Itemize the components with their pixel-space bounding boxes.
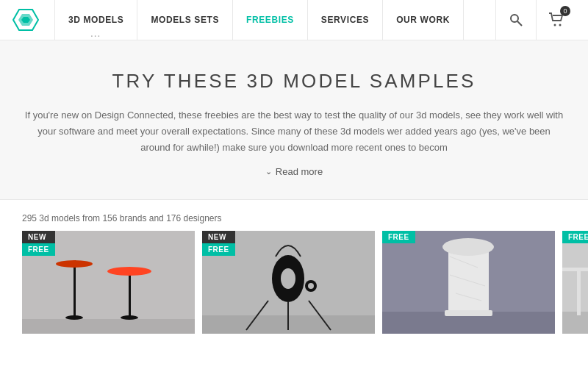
hero-title: TRY THESE 3D MODEL SAMPLES	[15, 70, 573, 93]
badge-group: NEW FREE	[22, 231, 55, 256]
svg-rect-35	[577, 271, 581, 315]
badge-group: FREE	[562, 231, 588, 243]
nav-item-3d-models[interactable]: 3D MODELS	[54, 0, 137, 40]
free-badge: FREE	[382, 231, 415, 243]
svg-rect-9	[74, 260, 76, 319]
badge-group: FREE	[382, 231, 415, 243]
free-badge: FREE	[22, 243, 55, 256]
search-button[interactable]	[495, 0, 536, 40]
hero-description: If you're new on Design Connected, these…	[22, 107, 566, 156]
free-badge: FREE	[202, 243, 235, 256]
product-card[interactable]: FREE	[382, 231, 555, 334]
product-card[interactable]: NEW FREE	[202, 231, 375, 334]
hero-section: TRY THESE 3D MODEL SAMPLES If you're new…	[0, 40, 588, 200]
header-icons: 0	[495, 0, 576, 40]
products-grid: NEW FREE	[0, 231, 588, 334]
svg-rect-34	[562, 268, 588, 271]
stats-text: 295 3d models from 156 brands and 176 de…	[22, 213, 222, 223]
svg-point-5	[554, 24, 556, 26]
cart-count: 0	[560, 6, 570, 16]
svg-point-10	[56, 260, 93, 268]
svg-rect-31	[445, 310, 492, 316]
svg-point-18	[281, 268, 295, 289]
svg-point-12	[107, 267, 151, 276]
nav-item-freebies[interactable]: FREEBIES	[233, 0, 308, 40]
nav-item-services[interactable]: SERVICES	[308, 0, 383, 40]
product-card[interactable]: NEW FREE	[22, 231, 195, 334]
badge-group: NEW FREE	[202, 231, 235, 256]
read-more-button[interactable]: ⌄ Read more	[265, 166, 323, 177]
header: 3D MODELS MODELS SETS FREEBIES SERVICES …	[0, 0, 588, 40]
nav-item-models-sets[interactable]: MODELS SETS	[137, 0, 233, 40]
svg-rect-33	[562, 312, 588, 334]
new-badge: NEW	[202, 231, 235, 243]
svg-point-3	[511, 15, 518, 22]
svg-point-6	[559, 24, 562, 26]
free-badge: FREE	[562, 231, 588, 243]
product-image	[562, 231, 588, 334]
cart-button[interactable]: 0	[536, 0, 576, 40]
new-badge: NEW	[22, 231, 55, 243]
nav-item-our-work[interactable]: OUR WORK	[383, 0, 464, 40]
svg-point-23	[308, 283, 314, 289]
product-image	[382, 231, 555, 334]
main-nav: 3D MODELS MODELS SETS FREEBIES SERVICES …	[54, 0, 495, 40]
logo[interactable]	[12, 6, 40, 34]
stats-bar: 295 3d models from 156 brands and 176 de…	[0, 200, 588, 231]
chevron-down-icon: ⌄	[265, 167, 272, 176]
svg-line-4	[517, 21, 522, 26]
svg-rect-8	[22, 319, 195, 334]
product-card-partial[interactable]: FREE	[562, 231, 588, 334]
svg-point-13	[65, 315, 83, 320]
svg-point-30	[442, 238, 494, 256]
svg-point-14	[121, 315, 138, 320]
